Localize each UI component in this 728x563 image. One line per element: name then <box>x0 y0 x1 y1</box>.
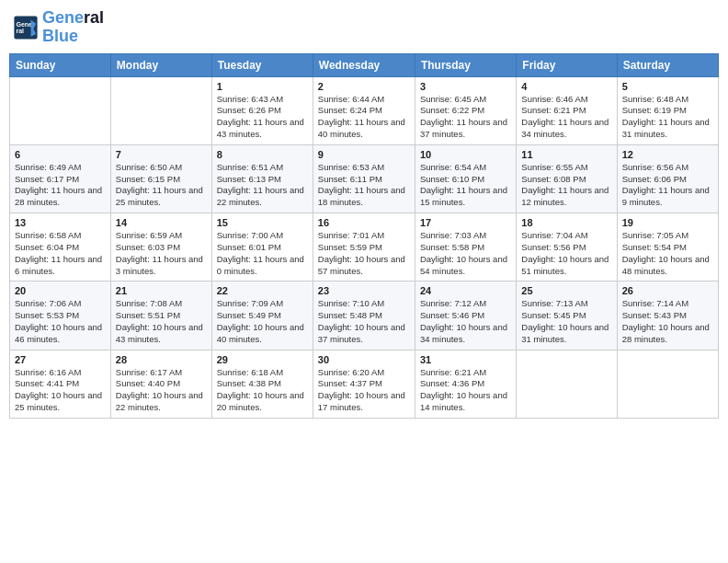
day-number: 12 <box>622 149 713 160</box>
cell-daylight-info: Sunrise: 6:43 AM Sunset: 6:26 PM Dayligh… <box>217 94 308 141</box>
calendar-week-row: 13Sunrise: 6:58 AM Sunset: 6:04 PM Dayli… <box>10 213 719 282</box>
cell-daylight-info: Sunrise: 6:21 AM Sunset: 4:36 PM Dayligh… <box>420 367 511 414</box>
calendar-cell <box>517 350 617 418</box>
day-number: 23 <box>318 285 410 296</box>
day-number: 8 <box>217 149 308 160</box>
calendar-cell: 6Sunrise: 6:49 AM Sunset: 6:17 PM Daylig… <box>10 144 111 213</box>
calendar-body: 1Sunrise: 6:43 AM Sunset: 6:26 PM Daylig… <box>10 76 719 418</box>
day-number: 18 <box>521 217 611 228</box>
day-number: 4 <box>521 81 611 92</box>
calendar-cell: 18Sunrise: 7:04 AM Sunset: 5:56 PM Dayli… <box>517 213 617 282</box>
day-number: 29 <box>217 354 308 365</box>
cell-daylight-info: Sunrise: 6:48 AM Sunset: 6:19 PM Dayligh… <box>622 94 713 141</box>
calendar-table: SundayMondayTuesdayWednesdayThursdayFrid… <box>9 53 719 419</box>
calendar-cell <box>10 76 111 144</box>
day-number: 7 <box>116 149 207 160</box>
cell-daylight-info: Sunrise: 7:14 AM Sunset: 5:43 PM Dayligh… <box>622 298 713 345</box>
calendar-cell: 27Sunrise: 6:16 AM Sunset: 4:41 PM Dayli… <box>10 350 111 418</box>
day-number: 19 <box>622 217 713 228</box>
calendar-cell <box>110 76 211 144</box>
day-number: 2 <box>318 81 410 92</box>
calendar-cell: 24Sunrise: 7:12 AM Sunset: 5:46 PM Dayli… <box>415 282 516 350</box>
weekday-header: Monday <box>110 53 211 76</box>
weekday-header: Wednesday <box>313 53 415 76</box>
cell-daylight-info: Sunrise: 6:20 AM Sunset: 4:37 PM Dayligh… <box>318 367 410 414</box>
weekday-header: Thursday <box>415 53 516 76</box>
day-number: 24 <box>420 285 511 296</box>
calendar-cell: 12Sunrise: 6:56 AM Sunset: 6:06 PM Dayli… <box>617 144 718 213</box>
calendar-cell: 22Sunrise: 7:09 AM Sunset: 5:49 PM Dayli… <box>211 282 313 350</box>
calendar-cell: 16Sunrise: 7:01 AM Sunset: 5:59 PM Dayli… <box>313 213 415 282</box>
calendar-cell: 1Sunrise: 6:43 AM Sunset: 6:26 PM Daylig… <box>211 76 313 144</box>
calendar-cell: 21Sunrise: 7:08 AM Sunset: 5:51 PM Dayli… <box>110 282 211 350</box>
cell-daylight-info: Sunrise: 6:51 AM Sunset: 6:13 PM Dayligh… <box>217 162 308 209</box>
calendar-cell: 3Sunrise: 6:45 AM Sunset: 6:22 PM Daylig… <box>415 76 516 144</box>
cell-daylight-info: Sunrise: 7:08 AM Sunset: 5:51 PM Dayligh… <box>116 298 207 345</box>
cell-daylight-info: Sunrise: 6:53 AM Sunset: 6:11 PM Dayligh… <box>318 162 410 209</box>
calendar-cell: 8Sunrise: 6:51 AM Sunset: 6:13 PM Daylig… <box>211 144 313 213</box>
day-number: 6 <box>15 149 106 160</box>
calendar-cell: 28Sunrise: 6:17 AM Sunset: 4:40 PM Dayli… <box>110 350 211 418</box>
day-number: 28 <box>116 354 207 365</box>
calendar-cell: 11Sunrise: 6:55 AM Sunset: 6:08 PM Dayli… <box>517 144 617 213</box>
cell-daylight-info: Sunrise: 7:13 AM Sunset: 5:45 PM Dayligh… <box>521 298 611 345</box>
calendar-cell: 31Sunrise: 6:21 AM Sunset: 4:36 PM Dayli… <box>415 350 516 418</box>
day-number: 13 <box>15 217 106 228</box>
cell-daylight-info: Sunrise: 7:00 AM Sunset: 6:01 PM Dayligh… <box>217 230 308 277</box>
calendar-week-row: 1Sunrise: 6:43 AM Sunset: 6:26 PM Daylig… <box>10 76 719 144</box>
cell-daylight-info: Sunrise: 6:18 AM Sunset: 4:38 PM Dayligh… <box>217 367 308 414</box>
cell-daylight-info: Sunrise: 6:46 AM Sunset: 6:21 PM Dayligh… <box>521 94 611 141</box>
weekday-header: Tuesday <box>211 53 313 76</box>
logo-text: GeneralBlue <box>42 9 104 46</box>
calendar-cell: 4Sunrise: 6:46 AM Sunset: 6:21 PM Daylig… <box>517 76 617 144</box>
calendar-cell: 7Sunrise: 6:50 AM Sunset: 6:15 PM Daylig… <box>110 144 211 213</box>
calendar-cell: 25Sunrise: 7:13 AM Sunset: 5:45 PM Dayli… <box>517 282 617 350</box>
cell-daylight-info: Sunrise: 7:03 AM Sunset: 5:58 PM Dayligh… <box>420 230 511 277</box>
cell-daylight-info: Sunrise: 7:09 AM Sunset: 5:49 PM Dayligh… <box>217 298 308 345</box>
day-number: 26 <box>622 285 713 296</box>
calendar-week-row: 20Sunrise: 7:06 AM Sunset: 5:53 PM Dayli… <box>10 282 719 350</box>
day-number: 15 <box>217 217 308 228</box>
cell-daylight-info: Sunrise: 6:50 AM Sunset: 6:15 PM Dayligh… <box>116 162 207 209</box>
cell-daylight-info: Sunrise: 6:44 AM Sunset: 6:24 PM Dayligh… <box>318 94 410 141</box>
cell-daylight-info: Sunrise: 6:49 AM Sunset: 6:17 PM Dayligh… <box>15 162 106 209</box>
logo: Gene ral GeneralBlue <box>13 9 104 46</box>
day-number: 16 <box>318 217 410 228</box>
day-number: 14 <box>116 217 207 228</box>
calendar-cell: 26Sunrise: 7:14 AM Sunset: 5:43 PM Dayli… <box>617 282 718 350</box>
cell-daylight-info: Sunrise: 6:45 AM Sunset: 6:22 PM Dayligh… <box>420 94 511 141</box>
page-header: Gene ral GeneralBlue <box>9 9 719 46</box>
weekday-header: Sunday <box>10 53 111 76</box>
day-number: 27 <box>15 354 106 365</box>
cell-daylight-info: Sunrise: 6:58 AM Sunset: 6:04 PM Dayligh… <box>15 230 106 277</box>
day-number: 20 <box>15 285 106 296</box>
day-number: 30 <box>318 354 410 365</box>
day-number: 22 <box>217 285 308 296</box>
day-number: 21 <box>116 285 207 296</box>
weekday-header: Friday <box>517 53 617 76</box>
calendar-cell: 20Sunrise: 7:06 AM Sunset: 5:53 PM Dayli… <box>10 282 111 350</box>
calendar-cell: 2Sunrise: 6:44 AM Sunset: 6:24 PM Daylig… <box>313 76 415 144</box>
cell-daylight-info: Sunrise: 7:10 AM Sunset: 5:48 PM Dayligh… <box>318 298 410 345</box>
cell-daylight-info: Sunrise: 7:06 AM Sunset: 5:53 PM Dayligh… <box>15 298 106 345</box>
cell-daylight-info: Sunrise: 6:16 AM Sunset: 4:41 PM Dayligh… <box>15 367 106 414</box>
cell-daylight-info: Sunrise: 6:55 AM Sunset: 6:08 PM Dayligh… <box>521 162 611 209</box>
calendar-week-row: 6Sunrise: 6:49 AM Sunset: 6:17 PM Daylig… <box>10 144 719 213</box>
calendar-cell: 23Sunrise: 7:10 AM Sunset: 5:48 PM Dayli… <box>313 282 415 350</box>
cell-daylight-info: Sunrise: 7:01 AM Sunset: 5:59 PM Dayligh… <box>318 230 410 277</box>
calendar-cell: 10Sunrise: 6:54 AM Sunset: 6:10 PM Dayli… <box>415 144 516 213</box>
day-number: 1 <box>217 81 308 92</box>
svg-text:ral: ral <box>17 28 25 34</box>
day-number: 31 <box>420 354 511 365</box>
svg-text:Gene: Gene <box>17 20 33 27</box>
calendar-cell: 30Sunrise: 6:20 AM Sunset: 4:37 PM Dayli… <box>313 350 415 418</box>
logo-icon: Gene ral <box>13 15 39 40</box>
day-number: 25 <box>521 285 611 296</box>
calendar-cell: 15Sunrise: 7:00 AM Sunset: 6:01 PM Dayli… <box>211 213 313 282</box>
day-number: 9 <box>318 149 410 160</box>
calendar-header: SundayMondayTuesdayWednesdayThursdayFrid… <box>10 53 719 76</box>
cell-daylight-info: Sunrise: 6:56 AM Sunset: 6:06 PM Dayligh… <box>622 162 713 209</box>
calendar-cell: 19Sunrise: 7:05 AM Sunset: 5:54 PM Dayli… <box>617 213 718 282</box>
calendar-cell: 13Sunrise: 6:58 AM Sunset: 6:04 PM Dayli… <box>10 213 111 282</box>
cell-daylight-info: Sunrise: 6:54 AM Sunset: 6:10 PM Dayligh… <box>420 162 511 209</box>
